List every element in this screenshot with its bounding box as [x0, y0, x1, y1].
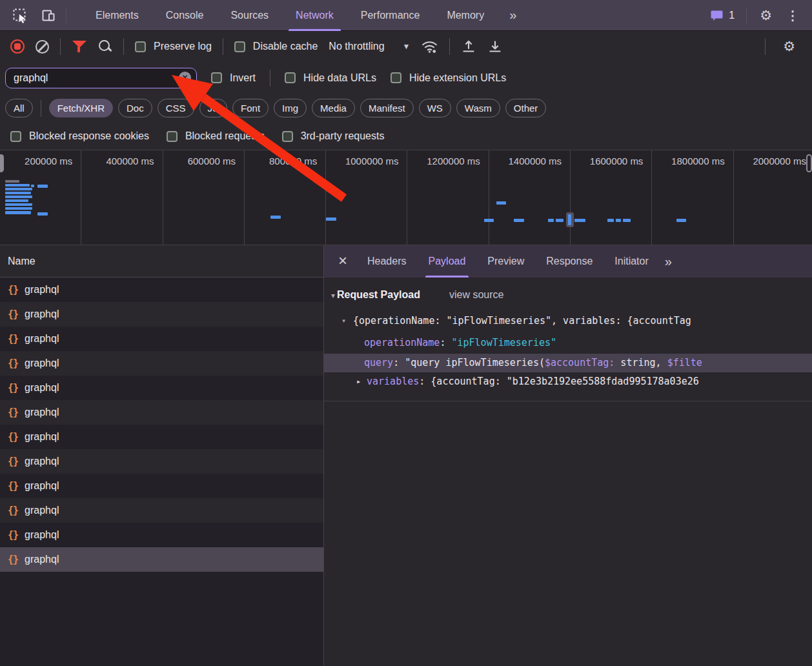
- kebab-menu-icon[interactable]: ⋮: [785, 8, 803, 23]
- request-row[interactable]: {}graphql: [0, 327, 323, 351]
- clear-filter-icon[interactable]: ×: [179, 72, 191, 84]
- throttling-dropdown[interactable]: No throttling ▼: [329, 41, 410, 52]
- detail-tab-headers[interactable]: Headers: [356, 245, 417, 278]
- export-har-icon[interactable]: [487, 39, 503, 54]
- preserve-log-label: Preserve log: [154, 41, 212, 52]
- network-overview-timeline[interactable]: 200000 ms400000 ms600000 ms800000 ms1000…: [0, 150, 812, 245]
- filter-option-blocked-response-cookies[interactable]: Blocked response cookies: [10, 130, 149, 142]
- tab-elements[interactable]: Elements: [82, 0, 152, 31]
- filter-option-3rd-party-requests[interactable]: 3rd-party requests: [282, 130, 385, 142]
- view-source-link[interactable]: view source: [449, 286, 503, 303]
- more-panels-icon[interactable]: »: [504, 8, 520, 23]
- request-rows: {}graphql{}graphql{}graphql{}graphql{}gr…: [0, 278, 323, 572]
- payload-variables-row[interactable]: ▸ variables: {accountTag: "b12e3b2192ee5…: [324, 373, 812, 390]
- request-row[interactable]: {}graphql: [0, 425, 323, 449]
- request-row[interactable]: {}graphql: [0, 302, 323, 327]
- detail-tab-response[interactable]: Response: [535, 245, 604, 278]
- search-icon[interactable]: [98, 39, 112, 54]
- expand-triangle-icon[interactable]: ▾: [341, 312, 346, 329]
- tab-performance[interactable]: Performance: [347, 0, 434, 31]
- type-filter-js[interactable]: JS: [199, 99, 228, 117]
- filter-icon[interactable]: [72, 39, 87, 54]
- inspect-element-icon[interactable]: [9, 5, 31, 26]
- timeline-request-mark: [5, 188, 32, 190]
- tab-sources[interactable]: Sources: [217, 0, 282, 31]
- record-network-log-button[interactable]: [10, 39, 25, 54]
- hide-data-urls-checkbox[interactable]: [285, 72, 296, 83]
- request-row[interactable]: {}graphql: [0, 376, 323, 400]
- network-toolbar: Preserve log Disable cache No throttling…: [0, 31, 812, 62]
- close-details-icon[interactable]: ×: [334, 253, 356, 270]
- json-request-icon: {}: [8, 431, 18, 443]
- divider: [123, 38, 124, 55]
- disable-cache-checkbox[interactable]: [234, 41, 245, 52]
- timeline-request-mark: [548, 219, 554, 222]
- type-filter-doc[interactable]: Doc: [118, 99, 152, 117]
- request-row[interactable]: {}graphql: [0, 474, 323, 498]
- filter-checkbox[interactable]: [10, 131, 21, 142]
- detail-tab-preview[interactable]: Preview: [476, 245, 535, 278]
- clear-network-log-button[interactable]: [36, 40, 49, 54]
- query-token: string,: [614, 357, 667, 368]
- request-row[interactable]: {}graphql: [0, 498, 323, 523]
- type-filter-ws[interactable]: WS: [419, 99, 451, 117]
- type-filter-wasm[interactable]: Wasm: [456, 99, 500, 117]
- import-har-icon[interactable]: [461, 39, 476, 54]
- payload-root-node[interactable]: ▾ {operationName: "ipFlowTimeseries", va…: [324, 312, 812, 329]
- timeline-request-mark: [676, 219, 686, 222]
- hide-data-urls-label: Hide data URLs: [303, 72, 376, 84]
- filter-input-box[interactable]: ×: [5, 68, 197, 88]
- request-row[interactable]: {}graphql: [0, 523, 323, 547]
- network-settings-gear-icon[interactable]: ⚙: [776, 39, 802, 54]
- name-column-header[interactable]: Name: [0, 245, 323, 278]
- detail-tab-initiator[interactable]: Initiator: [604, 245, 659, 278]
- tab-memory[interactable]: Memory: [433, 0, 498, 31]
- type-filter-all[interactable]: All: [5, 99, 33, 117]
- type-filter-css[interactable]: CSS: [157, 99, 194, 117]
- hide-extension-urls-option[interactable]: Hide extension URLs: [391, 72, 506, 84]
- request-row[interactable]: {}graphql: [0, 547, 323, 572]
- type-filter-other[interactable]: Other: [505, 99, 547, 117]
- hide-data-urls-option[interactable]: Hide data URLs: [285, 72, 376, 84]
- request-row[interactable]: {}graphql: [0, 449, 323, 474]
- filter-checkbox[interactable]: [167, 131, 178, 142]
- filter-checkbox[interactable]: [282, 131, 293, 142]
- filter-input[interactable]: [14, 72, 179, 84]
- type-filter-media[interactable]: Media: [312, 99, 355, 117]
- type-filter-manifest[interactable]: Manifest: [360, 99, 414, 117]
- console-messages-button[interactable]: 1: [705, 10, 740, 21]
- request-row[interactable]: {}graphql: [0, 351, 323, 376]
- request-row[interactable]: {}graphql: [0, 278, 323, 302]
- timeline-request-mark: [37, 212, 48, 216]
- detail-tab-payload[interactable]: Payload: [418, 245, 477, 278]
- request-row[interactable]: {}graphql: [0, 400, 323, 425]
- resource-type-filters: AllFetch/XHRDocCSSJSFontImgMediaManifest…: [0, 94, 812, 123]
- payload-query-row[interactable]: query: "query ipFlowTimeseries($accountT…: [324, 354, 812, 372]
- disable-cache-option[interactable]: Disable cache: [234, 41, 318, 52]
- expand-triangle-icon[interactable]: ▸: [356, 373, 361, 390]
- timeline-scroll-handle-left[interactable]: [0, 154, 4, 172]
- timeline-request-mark: [37, 185, 48, 188]
- timeline-tick-label: 400000 ms: [81, 150, 162, 166]
- divider: [60, 38, 61, 55]
- device-toolbar-icon[interactable]: [37, 5, 59, 26]
- type-filter-font[interactable]: Font: [232, 99, 269, 117]
- invert-checkbox[interactable]: [211, 72, 222, 83]
- filter-option-blocked-requests[interactable]: Blocked requests: [167, 130, 265, 142]
- timeline-request-mark: [496, 201, 506, 205]
- preserve-log-option[interactable]: Preserve log: [135, 41, 212, 52]
- settings-gear-icon[interactable]: ⚙: [753, 8, 778, 23]
- invert-option[interactable]: Invert: [211, 72, 256, 84]
- timeline-scroll-handle-right[interactable]: [806, 154, 812, 172]
- tab-network[interactable]: Network: [282, 0, 347, 31]
- type-filter-img[interactable]: Img: [274, 99, 307, 117]
- network-conditions-icon[interactable]: [421, 38, 438, 55]
- type-filter-fetchxhr[interactable]: Fetch/XHR: [49, 99, 113, 117]
- more-detail-tabs-icon[interactable]: »: [660, 254, 676, 269]
- request-payload-section-header[interactable]: ▾Request Payload view source: [324, 286, 812, 303]
- hide-extension-urls-checkbox[interactable]: [391, 72, 401, 83]
- preserve-log-checkbox[interactable]: [135, 41, 146, 52]
- payload-operation-name-row[interactable]: operationName: "ipFlowTimeseries": [324, 334, 812, 351]
- timeline-tick-label: 800000 ms: [245, 150, 325, 166]
- tab-console[interactable]: Console: [152, 0, 218, 31]
